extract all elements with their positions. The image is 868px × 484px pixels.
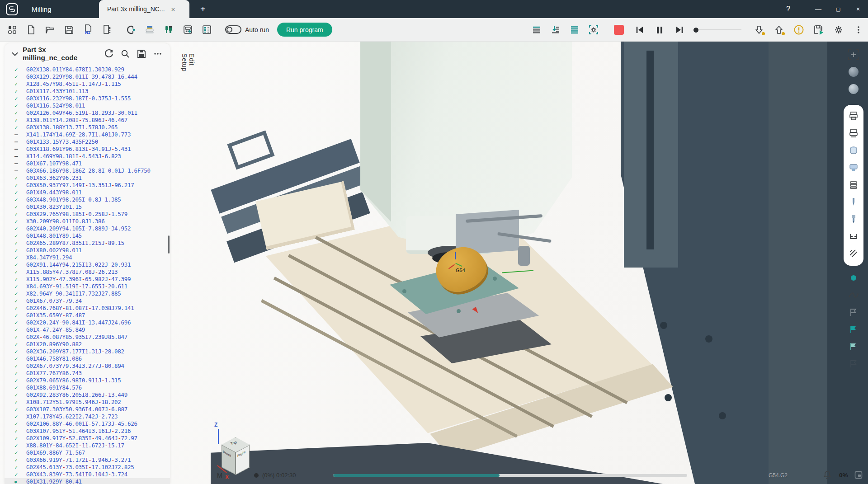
new-file-icon[interactable]	[24, 23, 38, 37]
download-icon[interactable]	[752, 23, 766, 37]
tab-edit[interactable]: Edit	[188, 53, 195, 71]
tab-close-icon[interactable]: ×	[171, 5, 175, 13]
auto-run-toggle[interactable]	[225, 25, 241, 34]
tool-holder-icon[interactable]	[847, 212, 860, 226]
gcode-line[interactable]: ✓X88.801Y-84.652I-11.672J-15.17	[5, 442, 170, 449]
goto-line-icon[interactable]	[549, 23, 562, 37]
gcode-line[interactable]: –X141.174Y14.69Z-28.7I1.401J0.773	[5, 131, 170, 138]
panel-more-icon[interactable]	[151, 47, 165, 61]
gcode-line[interactable]: ✓G01X48.801Y89.145	[5, 232, 170, 240]
gcode-line[interactable]: ✓X30.209Y98.011I0.8J1.386	[5, 218, 170, 225]
settings-gear-icon[interactable]	[832, 23, 845, 37]
gcode-line[interactable]: ✓G02X106.88Y-46.001I-57.173J-45.626	[5, 420, 170, 428]
gcode-line[interactable]: ✓G02X46.768Y-81.087I-17.038J79.141	[5, 305, 170, 312]
gcode-line[interactable]: ✓G01X30.823Y101.15	[5, 203, 170, 211]
collapse-chevron-icon[interactable]	[12, 52, 18, 56]
gcode-line[interactable]: ✓X128.457Y98.451I-1.147J-1.115	[5, 80, 170, 88]
machine-icon[interactable]	[847, 161, 860, 174]
settings-frame-icon[interactable]	[587, 23, 600, 37]
gcode-line[interactable]: ✓G01X63.362Y96.231	[5, 174, 170, 182]
gcode-line[interactable]: ✓G02X92.283Y86.205I8.266J-13.449	[5, 391, 170, 399]
gcode-line[interactable]: ✓G03X107.951Y-51.464I3.161J-2.216	[5, 428, 170, 435]
help-button[interactable]: ?	[786, 5, 790, 13]
nc-file-icon[interactable]: N1	[81, 23, 95, 37]
gcode-line[interactable]: ✓G03X29.765Y98.185I-0.258J-1.579	[5, 211, 170, 218]
warnings-icon[interactable]	[792, 23, 806, 37]
lines-icon[interactable]	[568, 23, 581, 37]
gcode-line[interactable]: ✓G01X46.758Y81.086	[5, 355, 170, 362]
gcode-line[interactable]: ✓G03X48.901Y98.205I-0.8J-1.385	[5, 196, 170, 203]
gcode-line[interactable]: ✓G02X91.144Y94.215I13.022J-20.931	[5, 261, 170, 268]
gcode-line[interactable]: ✓G03X129.229Y98.011I-39.478J-16.444	[5, 73, 170, 80]
gcode-line[interactable]: ✓X107.178Y45.622I2.742J-2.723	[5, 413, 170, 420]
tool-icon[interactable]	[847, 195, 860, 209]
more-menu-icon[interactable]	[852, 23, 865, 37]
fixture-icon[interactable]	[847, 230, 860, 243]
gcode-line[interactable]: ✓X82.964Y-90.341I17.732J27.885	[5, 290, 170, 297]
fit-view-icon[interactable]	[847, 48, 860, 61]
calculator-icon[interactable]	[181, 23, 194, 37]
point-icon[interactable]	[847, 271, 860, 285]
gcode-line[interactable]: ✓G02X65.289Y87.835I1.215J-89.15	[5, 240, 170, 247]
gcode-line[interactable]: ✓G01X77.767Y86.743	[5, 370, 170, 377]
gcode-line[interactable]: ✓G02X138.011Y84.678I1.303J0.929	[5, 66, 170, 73]
progress-bar[interactable]	[333, 474, 687, 477]
close-button[interactable]: ×	[848, 0, 868, 18]
upload-icon[interactable]	[772, 23, 786, 37]
import-file-icon[interactable]	[100, 23, 114, 37]
stock-icon[interactable]	[847, 144, 860, 157]
gcode-line[interactable]: –G01X67.107Y98.471	[5, 160, 170, 167]
gcode-line[interactable]: ✓G01X67.073Y-79.34	[5, 297, 170, 305]
gcode-line[interactable]: ✓G02X40.209Y94.105I-7.889J-34.952	[5, 225, 170, 232]
gcode-line[interactable]: ✓G01X-47.24Y-85.849	[5, 326, 170, 334]
gcode-line[interactable]: ✓G03X138.188Y13.7I1.578J0.265	[5, 124, 170, 131]
minimize-button[interactable]: —	[808, 0, 828, 18]
pause-button[interactable]	[653, 23, 666, 37]
step-back-button[interactable]	[633, 23, 646, 37]
gcode-line[interactable]: ✓G03X107.303Y50.936I4.007J-6.887	[5, 406, 170, 413]
gcode-line[interactable]: ✓G01X69.886Y-71.567	[5, 449, 170, 456]
gcode-line[interactable]: ✓G01X80.002Y98.011	[5, 247, 170, 254]
gcode-line[interactable]: ✓G01X35.659Y-87.487	[5, 312, 170, 319]
flag-teal-2-icon[interactable]	[847, 340, 860, 353]
save-icon[interactable]	[135, 47, 148, 61]
spline-icon[interactable]	[847, 288, 860, 302]
shaded-sphere-icon[interactable]	[847, 82, 860, 96]
notifications-bell-icon[interactable]	[823, 470, 832, 481]
step-forward-button[interactable]	[673, 23, 686, 37]
maximize-button[interactable]: ▢	[828, 0, 848, 18]
save-run-icon[interactable]	[812, 23, 826, 37]
flag-grey-icon[interactable]	[847, 305, 860, 319]
gcode-line[interactable]: –X114.469Y98.181I-4.543J-6.823	[5, 153, 170, 160]
gcode-line[interactable]: ✓G02X109.917Y-52.835I-49.464J-72.97	[5, 435, 170, 442]
layout-icon[interactable]	[854, 471, 863, 480]
gcode-line[interactable]: ✓G03X50.937Y97.149I-13.351J-96.217	[5, 182, 170, 189]
flag-teal-icon[interactable]	[847, 323, 860, 336]
speed-slider[interactable]	[693, 28, 741, 33]
gcode-line[interactable]: ✓G02X-46.087Y85.935I7.239J85.847	[5, 334, 170, 341]
plates-icon[interactable]	[847, 178, 860, 192]
printer-alt-icon[interactable]	[847, 127, 860, 140]
gcode-line[interactable]: ✓X138.011Y14.208I-75.896J-46.467	[5, 117, 170, 124]
gcode-line[interactable]: ✓G02X79.065Y86.98I0.911J-1.315	[5, 377, 170, 384]
run-program-button[interactable]: Run program	[277, 23, 332, 37]
render-sphere-icon[interactable]	[847, 65, 860, 79]
gcode-line[interactable]: ✓G03X66.919Y-71.172I-1.946J-3.271	[5, 456, 170, 464]
gcode-line[interactable]: ✓X108.712Y51.979I5.946J-18.202	[5, 399, 170, 406]
gcode-line[interactable]: ✓X84.347Y91.294	[5, 254, 170, 261]
stop-button[interactable]	[612, 23, 626, 37]
tab-part3x[interactable]: Part 3x milling_NC... ×	[99, 0, 189, 18]
gcode-line[interactable]: ✓G01X88.691Y84.576	[5, 384, 170, 391]
flag-dark-icon[interactable]	[847, 357, 860, 371]
gcode-line[interactable]: ✓G01X117.433Y101.113	[5, 88, 170, 95]
refresh-icon[interactable]	[102, 47, 116, 61]
hatch-icon[interactable]	[847, 247, 860, 260]
app-grid-icon[interactable]	[5, 23, 19, 37]
gcode-line[interactable]: ✓G01X49.443Y98.011	[5, 189, 170, 196]
tools-icon[interactable]	[162, 23, 175, 37]
gcode-line[interactable]: ✓G02X20.24Y-90.841I-13.447J24.696	[5, 319, 170, 326]
gcode-line[interactable]: –G01X133.15Y73.435F2250	[5, 138, 170, 146]
open-file-icon[interactable]	[43, 23, 57, 37]
tab-setup[interactable]: Setup	[181, 53, 188, 71]
gcode-line[interactable]: ✓G02X36.209Y87.177I1.31J-28.082	[5, 348, 170, 355]
